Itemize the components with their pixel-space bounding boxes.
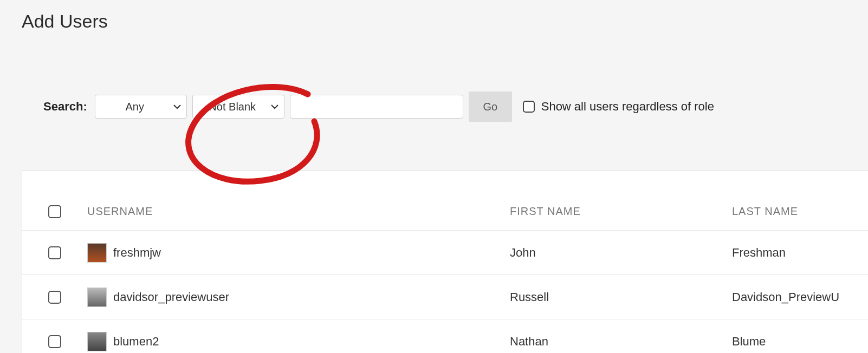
search-go-button[interactable]: Go <box>469 91 512 122</box>
cell-username: freshmjw <box>113 246 161 260</box>
cell-last-name: Davidson_PreviewU <box>732 290 868 304</box>
col-header-first-name: FIRST NAME <box>510 205 732 218</box>
col-header-last-name: LAST NAME <box>732 205 868 218</box>
search-row: Search: Any Not Blank Go Show all users … <box>0 32 868 122</box>
table-header-row: USERNAME FIRST NAME LAST NAME <box>22 193 868 231</box>
cell-username: davidsor_previewuser <box>113 290 229 304</box>
cell-first-name: John <box>510 246 732 260</box>
search-condition-select-wrap: Not Blank <box>192 95 284 119</box>
cell-last-name: Blume <box>732 335 868 349</box>
table-row: blumen2 Nathan Blume <box>22 319 868 353</box>
row-checkbox[interactable] <box>48 246 61 259</box>
select-all-checkbox[interactable] <box>48 205 61 218</box>
cell-last-name: Freshman <box>732 246 868 260</box>
avatar <box>87 243 107 263</box>
cell-first-name: Nathan <box>510 335 732 349</box>
show-all-toggle: Show all users regardless of role <box>523 100 714 114</box>
col-header-username: USERNAME <box>87 205 510 218</box>
select-all-cell <box>22 205 87 218</box>
avatar <box>87 287 107 307</box>
search-field-select-wrap: Any <box>95 95 187 119</box>
table-row: freshmjw John Freshman <box>22 231 868 275</box>
users-table: USERNAME FIRST NAME LAST NAME freshmjw J… <box>22 171 868 353</box>
page-title: Add Users <box>0 0 868 32</box>
show-all-label: Show all users regardless of role <box>541 100 714 114</box>
search-label: Search: <box>43 100 87 114</box>
search-condition-select[interactable]: Not Blank <box>192 95 284 119</box>
search-field-select[interactable]: Any <box>95 95 187 119</box>
row-checkbox[interactable] <box>48 335 61 348</box>
cell-first-name: Russell <box>510 290 732 304</box>
search-text-input[interactable] <box>290 95 463 119</box>
show-all-checkbox[interactable] <box>523 101 535 113</box>
table-row: davidsor_previewuser Russell Davidson_Pr… <box>22 275 868 319</box>
row-checkbox[interactable] <box>48 291 61 304</box>
avatar <box>87 332 107 351</box>
cell-username: blumen2 <box>113 335 159 349</box>
